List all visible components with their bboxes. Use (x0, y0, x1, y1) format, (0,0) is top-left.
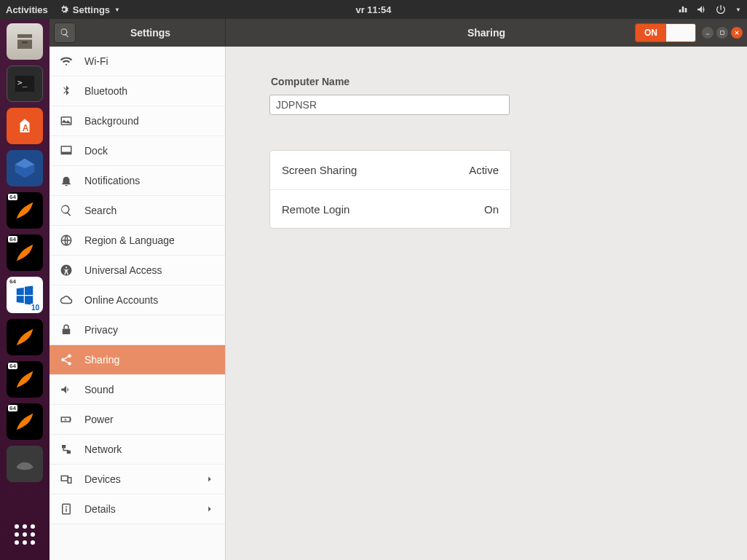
top-panel: Activities Settings ▼ vr 11:54 ▼ (0, 0, 747, 19)
svg-rect-14 (63, 329, 71, 335)
lock-icon (60, 323, 73, 336)
content-pane: Computer Name Screen Sharing Active Remo… (226, 47, 747, 560)
show-applications-button[interactable] (7, 516, 43, 553)
svg-point-13 (66, 267, 67, 268)
svg-point-25 (66, 506, 67, 508)
sidebar-item-label: Sound (84, 384, 114, 395)
sidebar-item-label: Power (84, 414, 114, 425)
window-maximize-button[interactable] (716, 27, 728, 39)
remote-login-row[interactable]: Remote Login On (270, 189, 510, 228)
sidebar-item-label: Bluetooth (84, 85, 127, 97)
svg-rect-26 (66, 508, 67, 512)
switch-knob (666, 24, 695, 42)
screen-sharing-row[interactable]: Screen Sharing Active (270, 151, 510, 189)
bell-icon (60, 174, 73, 187)
svg-text:A: A (23, 123, 29, 133)
sidebar-title: Settings (76, 27, 225, 39)
sidebar-item-label: Wi-Fi (84, 55, 108, 67)
sidebar-item-wifi[interactable]: Wi-Fi (50, 47, 225, 76)
dock-item-app-windows[interactable]: 64 10 (7, 277, 43, 313)
sidebar-item-online-accounts[interactable]: Online Accounts (50, 285, 225, 315)
svg-rect-23 (68, 478, 71, 484)
dock-badge: 64 (8, 363, 17, 369)
svg-rect-7 (721, 31, 724, 35)
sidebar-item-notifications[interactable]: Notifications (50, 166, 225, 196)
sidebar-item-power[interactable]: Power (50, 405, 225, 435)
accessibility-icon (60, 264, 73, 277)
dock-item-files[interactable] (7, 23, 43, 60)
dock-item-terminal[interactable]: >_ (7, 66, 43, 102)
sidebar-item-dock[interactable]: Dock (50, 136, 225, 166)
sidebar-item-label: Network (84, 443, 122, 455)
sidebar-item-search[interactable]: Search (50, 196, 225, 226)
sharing-master-switch[interactable]: ON (635, 23, 696, 42)
svg-point-16 (61, 358, 65, 362)
share-icon (60, 353, 73, 366)
sidebar-item-label: Dock (84, 145, 108, 157)
dock-item-software[interactable]: A (7, 108, 43, 144)
app-menu-label: Settings (73, 4, 110, 15)
speaker-icon (60, 383, 73, 396)
sidebar-item-label: Notifications (84, 175, 140, 186)
dock-item-app-2[interactable]: 64 (7, 234, 43, 271)
settings-window: Settings Sharing ON Wi-Fi Bluetooth (50, 19, 747, 560)
cloud-key-icon (60, 293, 73, 307)
sidebar-item-label: Details (84, 503, 116, 515)
svg-rect-22 (61, 476, 68, 481)
dock-item-app-5[interactable]: 64 (7, 403, 43, 440)
sidebar-item-label: Universal Access (84, 264, 162, 276)
sharing-options-list: Screen Sharing Active Remote Login On (269, 150, 511, 229)
titlebar: Settings Sharing ON (50, 19, 747, 47)
svg-rect-10 (61, 152, 71, 154)
sidebar-item-devices[interactable]: Devices (50, 465, 225, 494)
wifi-icon (60, 55, 73, 68)
network-icon[interactable] (677, 4, 689, 15)
sidebar-item-privacy[interactable]: Privacy (50, 315, 225, 345)
switch-on-label: ON (636, 24, 666, 42)
window-minimize-button[interactable] (702, 27, 714, 39)
dock-item-app-1[interactable]: 64 (7, 192, 43, 229)
sidebar-item-sound[interactable]: Sound (50, 375, 225, 405)
sidebar-item-label: Sharing (84, 354, 119, 366)
sidebar-item-label: Online Accounts (84, 294, 158, 306)
dock-badge: 64 (8, 405, 17, 411)
row-status: Active (469, 164, 499, 176)
computer-name-input[interactable] (269, 95, 510, 115)
dock-item-app-3[interactable] (7, 319, 43, 355)
svg-point-15 (68, 355, 71, 358)
window-close-button[interactable] (731, 27, 743, 39)
info-icon (60, 502, 73, 516)
sidebar-item-details[interactable]: Details (50, 494, 225, 524)
dock-badge: 64 (8, 236, 17, 242)
sidebar-item-region[interactable]: Region & Language (50, 226, 225, 256)
devices-icon (60, 473, 73, 486)
sidebar-item-label: Background (84, 115, 139, 127)
sidebar-item-network[interactable]: Network (50, 435, 225, 465)
activities-button[interactable]: Activities (6, 4, 48, 15)
settings-sidebar: Wi-Fi Bluetooth Background Dock Notifica… (50, 47, 226, 560)
svg-rect-0 (22, 42, 28, 44)
sidebar-item-sharing[interactable]: Sharing (50, 345, 225, 375)
svg-point-17 (68, 362, 71, 366)
search-button[interactable] (54, 23, 76, 43)
app-menu[interactable]: Settings ▼ (58, 4, 120, 15)
globe-icon (60, 234, 73, 247)
grid-icon (15, 524, 35, 545)
dock-item-virtualbox[interactable] (7, 150, 43, 186)
system-menu-chevron-icon[interactable]: ▼ (735, 7, 741, 13)
battery-icon (60, 413, 73, 426)
svg-rect-20 (62, 445, 66, 449)
sidebar-item-background[interactable]: Background (50, 106, 225, 136)
volume-icon[interactable] (696, 4, 708, 15)
power-icon[interactable] (715, 4, 727, 15)
sidebar-item-bluetooth[interactable]: Bluetooth (50, 76, 225, 106)
sidebar-item-universal-access[interactable]: Universal Access (50, 256, 225, 285)
row-status: On (484, 203, 499, 216)
dock-item-app-4[interactable]: 64 (7, 361, 43, 398)
chevron-down-icon: ▼ (114, 7, 120, 13)
dock-item-disabled[interactable] (7, 446, 43, 482)
row-label: Remote Login (282, 203, 349, 216)
svg-rect-6 (706, 34, 710, 35)
clock[interactable]: vr 11:54 (355, 4, 391, 15)
bluetooth-icon (60, 84, 73, 98)
